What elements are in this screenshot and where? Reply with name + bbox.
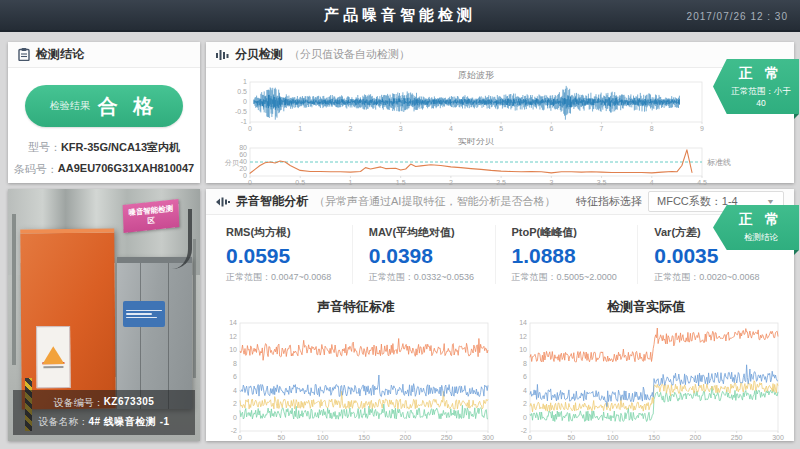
conclusion-panel-header: 检测结论 (8, 42, 200, 68)
app-root: 产品噪音智能检测 2017/07/26 12 : 30 检测结论 检验结果 合 … (0, 0, 800, 449)
svg-text:10: 10 (519, 346, 527, 353)
background-column (12, 214, 16, 365)
device-info-overlay: 设备编号： KZ673305 设备名称： 4# 线噪音检测 -1 (13, 390, 195, 435)
device-id-label: 设备编号： (54, 396, 104, 410)
svg-text:60: 60 (239, 151, 247, 158)
metric-value: 1.0888 (512, 244, 638, 268)
orange-cabinet: ! (21, 229, 117, 410)
svg-text:2: 2 (449, 179, 453, 186)
svg-text:12: 12 (229, 333, 237, 340)
svg-text:8: 8 (650, 125, 654, 132)
svg-text:20: 20 (239, 165, 247, 172)
analysis-panel-header: 异音智能分析 （异常声音通过AI提取特征，智能分析是否合格） 特征指标选择 MF… (206, 189, 794, 215)
result-label: 检验结果 (50, 99, 90, 113)
svg-text:8: 8 (233, 360, 237, 367)
warning-sign-icon: ! (37, 327, 72, 389)
svg-text:实时分贝: 实时分贝 (458, 138, 494, 146)
metric-value: 0.0398 (369, 244, 495, 268)
sound-wave-icon (216, 196, 230, 208)
svg-text:300: 300 (772, 434, 784, 441)
decibel-panel-title: 分贝检测 (235, 46, 283, 63)
analysis-status-note: 检测结论 (727, 232, 795, 244)
device-photo-panel: ! 噪音智能检测区 设备编号： KZ673305 设备名称： (8, 189, 200, 441)
conclusion-panel-title: 检测结论 (36, 46, 84, 63)
svg-text:80: 80 (239, 144, 247, 151)
analysis-panel-subtitle: （异常声音通过AI提取特征，智能分析是否合格） (314, 194, 555, 209)
svg-text:1: 1 (298, 125, 302, 132)
svg-text:分贝: 分贝 (224, 159, 239, 167)
svg-text:0: 0 (248, 125, 252, 132)
ribbon-fold (794, 250, 799, 255)
model-value: KFR-35G/NCA13室内机 (61, 140, 180, 155)
cable-hose (162, 209, 192, 269)
model-label: 型号： (28, 140, 61, 155)
barcode-row: 条码号： AA9EU706G31XAH810047 (8, 162, 200, 177)
feature-selector-label: 特征指标选择 (576, 194, 642, 209)
metric-rms: RMS(均方根) 0.0595 正常范围：0.0047~0.0068 (220, 225, 352, 284)
svg-text:-2: -2 (521, 427, 527, 434)
analysis-panel: 异音智能分析 （异常声音通过AI提取特征，智能分析是否合格） 特征指标选择 MF… (206, 189, 794, 441)
svg-text:6: 6 (523, 373, 527, 380)
metric-name: MAV(平均绝对值) (369, 225, 495, 240)
analysis-status-text: 正 常 (727, 211, 795, 229)
metric-range: 正常范围：0.5005~2.0000 (512, 271, 638, 284)
svg-text:150: 150 (358, 434, 370, 441)
svg-text:14: 14 (519, 319, 527, 326)
equipment-label-plate (123, 301, 165, 327)
svg-text:4: 4 (650, 179, 654, 186)
svg-text:0: 0 (243, 98, 247, 105)
model-row: 型号： KFR-35G/NCA13室内机 (8, 140, 200, 155)
svg-text:200: 200 (399, 434, 411, 441)
svg-text:0.5: 0.5 (237, 88, 247, 95)
analysis-status-badge: 正 常 检测结论 (713, 205, 799, 250)
svg-text:5: 5 (499, 125, 503, 132)
metric-name: RMS(均方根) (226, 225, 352, 240)
detected-sound-actual-chart: 050100150200250300-202468101214 (506, 316, 786, 449)
device-id-row: 设备编号： KZ673305 (17, 396, 191, 410)
metric-mav: MAV(平均绝对值) 0.0398 正常范围：0.0332~0.0536 (352, 225, 495, 284)
svg-text:4: 4 (449, 125, 453, 132)
svg-text:50: 50 (277, 434, 285, 441)
svg-text:3: 3 (549, 179, 553, 186)
realtime-decibel-chart: 00.511.522.533.544.5020406080实时分贝分贝标准线 (212, 138, 772, 186)
svg-text:2: 2 (348, 125, 352, 132)
result-badge: 检验结果 合 格 (25, 85, 183, 127)
analysis-panel-title: 异音智能分析 (236, 193, 308, 210)
svg-text:0: 0 (528, 434, 532, 441)
svg-text:6: 6 (549, 125, 553, 132)
result-value: 合 格 (98, 93, 159, 120)
standard-chart-box: 声音特征标准 050100150200250300-202468101214 (216, 292, 496, 449)
metric-name: PtoP(峰峰值) (512, 225, 638, 240)
svg-text:4: 4 (233, 387, 237, 394)
top-bar: 产品噪音智能检测 2017/07/26 12 : 30 (0, 0, 800, 32)
svg-text:-1: -1 (241, 118, 247, 125)
report-icon (18, 48, 30, 61)
svg-text:0: 0 (233, 414, 237, 421)
page-title: 产品噪音智能检测 (324, 6, 476, 25)
svg-text:1: 1 (243, 78, 247, 85)
svg-text:-2: -2 (231, 427, 237, 434)
svg-text:14: 14 (229, 319, 237, 326)
decibel-panel: 分贝检测 （分贝值设备自动检测） 012345678910.50-0.5-1原始… (206, 42, 794, 183)
svg-text:0: 0 (248, 179, 252, 186)
conclusion-panel: 检测结论 检验结果 合 格 型号： KFR-35G/NCA13室内机 条码号： … (8, 42, 200, 183)
device-name-value: 4# 线噪音检测 -1 (88, 415, 169, 429)
device-id-value: KZ673305 (104, 396, 155, 410)
raw-waveform-chart: 012345678910.50-0.5-1原始波形 (212, 70, 772, 134)
analysis-charts: 声音特征标准 050100150200250300-202468101214 检… (206, 290, 794, 449)
svg-text:100: 100 (317, 434, 329, 441)
svg-text:标准线: 标准线 (707, 158, 731, 167)
svg-text:12: 12 (519, 333, 527, 340)
svg-text:1.5: 1.5 (396, 179, 406, 186)
datetime-display: 2017/07/26 12 : 30 (687, 0, 788, 32)
svg-text:10: 10 (229, 346, 237, 353)
metric-range: 正常范围：0.0332~0.0536 (369, 271, 495, 284)
background-column (193, 239, 196, 378)
barcode-value: AA9EU706G31XAH810047 (58, 162, 194, 177)
svg-text:250: 250 (731, 434, 743, 441)
decibel-charts: 012345678910.50-0.5-1原始波形 00.511.522.533… (206, 68, 794, 190)
svg-text:8: 8 (523, 360, 527, 367)
volume-bars-icon (216, 49, 229, 61)
metric-value: 0.0595 (226, 244, 352, 268)
decibel-status-note: 正常范围：小于40 (727, 86, 795, 108)
